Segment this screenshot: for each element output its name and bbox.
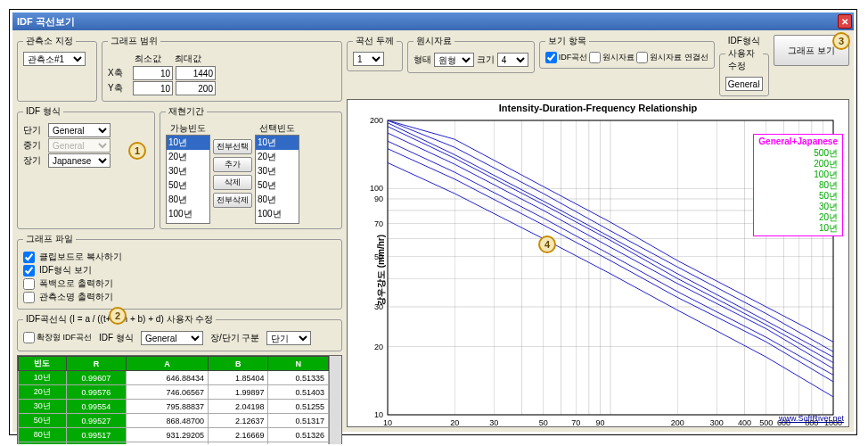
add-button[interactable]: 추가 <box>213 157 252 172</box>
svg-text:200: 200 <box>370 116 383 125</box>
svg-text:70: 70 <box>374 219 383 228</box>
formula-term-select[interactable]: 단기 <box>266 331 311 345</box>
delete-button[interactable]: 삭제 <box>213 175 252 190</box>
user-expr-input[interactable] <box>725 77 763 91</box>
svg-text:30: 30 <box>489 418 498 427</box>
svg-text:10: 10 <box>374 410 383 419</box>
idf-formula-group: IDF곡선식 (I = a / ((t+c)^n + b) + d) 사용자 수… <box>17 313 342 351</box>
long-term-select[interactable]: Japanese <box>48 153 111 168</box>
svg-text:90: 90 <box>596 418 605 427</box>
shape-select[interactable]: 원형 <box>434 53 474 67</box>
user-expr-group: IDF형식 사용자수정 <box>719 35 769 96</box>
view-rawline-checkbox[interactable] <box>636 52 648 63</box>
y-max-input[interactable] <box>176 81 216 95</box>
close-icon[interactable]: ✕ <box>838 14 852 29</box>
list-item[interactable]: 50년 <box>256 178 299 193</box>
y-min-input[interactable] <box>133 81 173 95</box>
station-group: 관측소 지정 관측소#1 <box>17 35 97 102</box>
view-raw-checkbox[interactable] <box>589 52 601 63</box>
return-period-group: 재현기간 가능빈도 10년20년30년50년80년100년200년500년 전부… <box>160 105 342 229</box>
list-item[interactable]: 10년 <box>167 136 209 150</box>
annotation-2: 2 <box>109 307 127 325</box>
formula-type-select[interactable]: General <box>141 331 203 345</box>
idf-view-checkbox[interactable] <box>23 265 35 277</box>
svg-text:90: 90 <box>374 194 383 203</box>
delete-all-button[interactable]: 전부삭제 <box>213 193 252 208</box>
chart-legend: General+Japanese 500년200년100년80년50년30년20… <box>753 134 843 236</box>
size-select[interactable]: 4 <box>497 53 528 67</box>
y-axis-label: 강우강도 (mm/hr) <box>375 235 388 306</box>
thickness-select[interactable]: 1 <box>353 52 384 66</box>
table-scrollbar[interactable] <box>329 356 341 444</box>
short-term-select[interactable]: General <box>48 123 111 137</box>
list-item[interactable]: 80년 <box>256 193 299 207</box>
list-item[interactable]: 50년 <box>167 178 209 193</box>
svg-text:500: 500 <box>759 418 773 427</box>
svg-text:100: 100 <box>370 184 383 193</box>
coefficient-table-wrap: 빈도RABN10년0.99607646.884341.854040.513352… <box>17 355 342 444</box>
mid-term-select[interactable]: General <box>48 138 111 153</box>
svg-text:70: 70 <box>571 418 580 427</box>
list-item[interactable]: 80년 <box>167 193 209 207</box>
clipboard-checkbox[interactable] <box>23 252 35 263</box>
list-item[interactable]: 100년 <box>256 207 299 221</box>
svg-text:300: 300 <box>710 418 724 427</box>
footer-link[interactable]: www.SoftRiver.net <box>779 414 844 423</box>
chart-title: Intensity-Duration-Frequency Relationshi… <box>348 103 848 113</box>
list-item[interactable]: 20년 <box>256 150 299 164</box>
station-name-checkbox[interactable] <box>23 292 35 303</box>
list-item[interactable]: 200년 <box>167 221 209 224</box>
list-item[interactable]: 200년 <box>256 221 299 224</box>
svg-text:200: 200 <box>671 418 684 427</box>
annotation-1: 1 <box>128 142 146 160</box>
list-item[interactable]: 30년 <box>167 164 209 178</box>
station-select[interactable]: 관측소#1 <box>23 52 86 66</box>
extended-idf-checkbox[interactable] <box>23 332 35 343</box>
select-all-button[interactable]: 전부선택 <box>213 139 252 154</box>
list-item[interactable]: 20년 <box>167 150 209 164</box>
curve-thickness-group: 곡선 두께 1 <box>347 35 403 71</box>
idf-type-group: IDF 형식 단기General 중기General 장기Japanese <box>17 105 155 229</box>
view-items-group: 보기 항목 IDF곡선 원시자료 원시자료 연결선 <box>539 35 715 69</box>
list-item[interactable]: 30년 <box>256 164 299 178</box>
x-min-input[interactable] <box>133 66 173 80</box>
svg-text:400: 400 <box>738 418 751 427</box>
avail-freq-list[interactable]: 10년20년30년50년80년100년200년500년 <box>166 135 210 224</box>
annotation-3: 3 <box>832 32 850 50</box>
raw-data-group: 원시자료 형태 원형 크기 4 <box>407 35 535 73</box>
graph-file-group: 그래프 파일 클립보드로 복사하기 IDF형식 보기 폭백으로 출력하기 관측소… <box>17 233 342 310</box>
x-max-input[interactable] <box>176 66 216 80</box>
chart-area: Intensity-Duration-Frequency Relationshi… <box>347 99 849 427</box>
annotation-4: 4 <box>538 235 556 253</box>
svg-text:10: 10 <box>383 418 392 427</box>
window-title: IDF 곡선보기 <box>17 15 75 29</box>
list-item[interactable]: 100년 <box>167 207 209 221</box>
svg-text:20: 20 <box>374 343 383 351</box>
view-idf-checkbox[interactable] <box>545 52 557 63</box>
list-item[interactable]: 10년 <box>256 136 299 150</box>
bw-output-checkbox[interactable] <box>23 278 35 290</box>
svg-text:50: 50 <box>539 418 548 427</box>
coefficient-table: 빈도RABN10년0.99607646.884341.854040.513352… <box>18 356 329 444</box>
svg-text:20: 20 <box>450 418 459 427</box>
graph-range-group: 그래프 범위 최소값 최대값 X축 Y축 <box>102 35 342 102</box>
sel-freq-list[interactable]: 10년20년30년50년80년100년200년 <box>255 135 299 224</box>
